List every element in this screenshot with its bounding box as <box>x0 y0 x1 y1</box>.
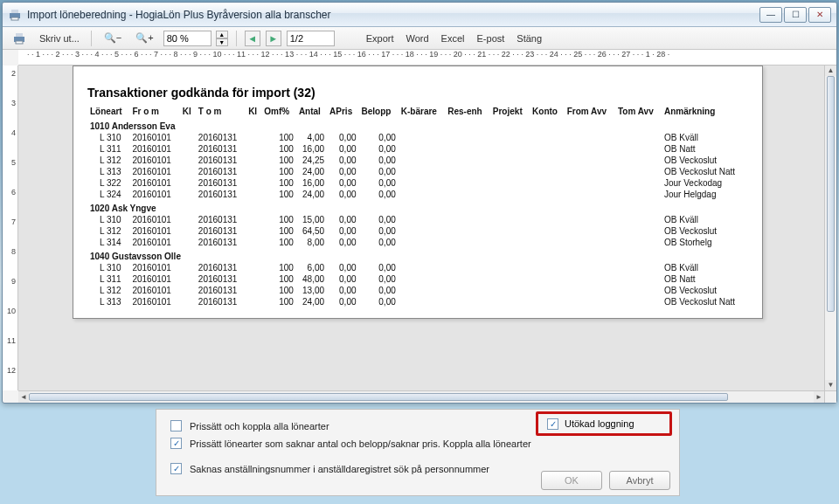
maximize-button[interactable]: ☐ <box>784 7 807 23</box>
scroll-left-icon[interactable]: ◄ <box>18 391 29 403</box>
col-header: From Avv <box>565 105 615 118</box>
horizontal-scrollbar[interactable]: ◄ ► <box>18 390 824 403</box>
table-row: L 311201601012016013110048,000,000,00OB … <box>87 273 748 285</box>
scroll-up-icon[interactable]: ▲ <box>825 66 836 76</box>
word-link[interactable]: Word <box>403 33 433 44</box>
col-header: Kl <box>246 105 261 118</box>
close-link[interactable]: Stäng <box>513 33 545 44</box>
table-row: L 312201601012016013110024,250,000,00OB … <box>87 155 748 166</box>
col-header: Belopp <box>359 105 399 118</box>
table-row: L 311201601012016013110016,000,000,00OB … <box>87 143 748 155</box>
col-header: Konto <box>530 105 565 118</box>
zoom-input[interactable] <box>163 31 211 46</box>
col-header: Antal <box>296 105 327 118</box>
col-header: Res-enh <box>445 105 490 118</box>
scroll-down-icon[interactable]: ▼ <box>825 380 836 390</box>
report-page: Transaktioner godkända för import (32) L… <box>73 66 763 319</box>
printer-icon[interactable] <box>8 29 31 48</box>
col-header: Kl <box>180 105 196 118</box>
scrollbar-thumb-v[interactable] <box>827 76 835 312</box>
page-input[interactable] <box>287 31 335 46</box>
report-table: LöneartFr o mKlT o mKlOmf%AntalAPrisBelo… <box>87 105 748 307</box>
chk-missing-empno-label: Saknas anställningsnummer i anställdareg… <box>190 464 489 474</box>
zoom-in-icon[interactable]: 🔍+ <box>131 30 157 46</box>
group-row: 1020 Ask Yngve <box>87 200 748 214</box>
excel-link[interactable]: Excel <box>438 33 468 44</box>
report-title: Transaktioner godkända för import (32) <box>87 86 748 100</box>
titlebar[interactable]: Import löneberedning - HogiaLön Plus Byr… <box>3 3 836 27</box>
page-next-button[interactable]: ► <box>266 31 281 46</box>
minimize-button[interactable]: — <box>759 7 782 23</box>
ok-button[interactable]: OK <box>541 471 602 490</box>
document-area: Transaktioner godkända för import (32) L… <box>18 66 836 403</box>
chk-extended-logging-label: Utökad loggning <box>565 418 634 429</box>
chk-price-missing-label: Prissätt lönearter som saknar antal och … <box>190 438 531 449</box>
table-row: L 312201601012016013110064,500,000,00OB … <box>87 225 748 237</box>
svg-rect-4 <box>16 33 23 37</box>
table-row: L 31420160101201601311008,000,000,00OB S… <box>87 237 748 248</box>
vertical-scrollbar[interactable]: ▲ ▼ <box>824 66 836 390</box>
group-row: 1040 Gustavsson Olle <box>87 248 748 262</box>
table-row: L 31020160101201601311006,000,000,00OB K… <box>87 262 748 273</box>
col-header: Löneart <box>87 105 129 118</box>
svg-rect-1 <box>11 10 18 13</box>
table-row: L 313201601012016013110024,000,000,00OB … <box>87 296 748 307</box>
group-row: 1010 Andersson Eva <box>87 118 748 132</box>
col-header: Projekt <box>490 105 530 118</box>
chk-price-missing[interactable] <box>170 438 182 449</box>
table-row: L 31020160101201601311004,000,000,00OB K… <box>87 132 748 143</box>
scrollbar-thumb-h[interactable] <box>29 393 728 401</box>
svg-rect-5 <box>16 41 23 44</box>
scroll-right-icon[interactable]: ► <box>814 391 824 403</box>
chk-missing-empno[interactable] <box>170 463 182 474</box>
ruler-horizontal: · · 1 · · · 2 · · · 3 · · · 4 · · · 5 · … <box>18 50 836 66</box>
table-row: L 322201601012016013110016,000,000,00Jou… <box>87 177 748 189</box>
zoom-out-icon[interactable]: 🔍− <box>100 30 126 46</box>
svg-rect-2 <box>11 17 18 20</box>
zoom-up-icon[interactable]: ▲ <box>216 31 228 38</box>
extended-logging-highlight: Utökad loggning <box>536 411 672 436</box>
col-header: Omf% <box>261 105 296 118</box>
app-window: Import löneberedning - HogiaLön Plus Byr… <box>2 2 837 404</box>
col-header: K-bärare <box>399 105 445 118</box>
zoom-down-icon[interactable]: ▼ <box>216 38 228 46</box>
app-icon <box>8 8 22 22</box>
page-prev-button[interactable]: ◄ <box>245 31 260 46</box>
col-header: Anmärkning <box>662 105 748 118</box>
table-row: L 313201601012016013110024,000,000,00OB … <box>87 166 748 177</box>
table-row: L 312201601012016013110013,000,000,00OB … <box>87 285 748 296</box>
export-link[interactable]: Export <box>363 33 398 44</box>
col-header: APris <box>327 105 358 118</box>
print-button[interactable]: Skriv ut... <box>36 33 83 44</box>
table-row: L 324201601012016013110024,000,000,00Jou… <box>87 189 748 200</box>
ruler-vertical: 23456789101112 <box>3 66 18 390</box>
col-header: T o m <box>196 105 246 118</box>
chk-extended-logging[interactable] <box>547 418 558 430</box>
epost-link[interactable]: E-post <box>474 33 509 44</box>
scroll-corner <box>824 390 836 403</box>
col-header: Tom Avv <box>615 105 662 118</box>
chk-price-all-label: Prissätt och koppla alla lönearter <box>190 421 329 432</box>
col-header: Fr o m <box>129 105 179 118</box>
window-title: Import löneberedning - HogiaLön Plus Byr… <box>27 9 759 21</box>
options-panel: Prissätt och koppla alla lönearter Priss… <box>156 409 680 496</box>
cancel-button[interactable]: Avbryt <box>609 471 670 490</box>
table-row: L 310201601012016013110015,000,000,00OB … <box>87 214 748 225</box>
close-button[interactable]: ✕ <box>808 7 831 23</box>
chk-price-all[interactable] <box>170 420 182 432</box>
toolbar: Skriv ut... 🔍− 🔍+ ▲▼ ◄ ► Export Word Exc… <box>3 27 836 50</box>
